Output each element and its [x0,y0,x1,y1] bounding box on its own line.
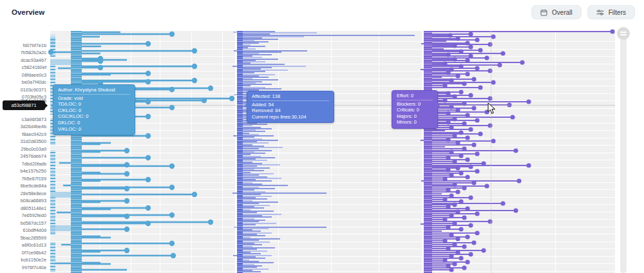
hash-label: 7dbd20fadb [0,161,46,167]
overview-page: Overview Overall [0,0,644,273]
overall-button-label: Overall [552,9,573,16]
issues-tooltip: Effort: 0Blockers: 0Criticals: 0Majors: … [392,90,438,129]
grade-chart-panel[interactable] [50,31,235,273]
hash-label: 29bc0c03a9 [0,146,46,153]
tooltip-line: Removed: 84 [252,108,329,114]
tooltip-line: Criticals: 0 [397,107,433,113]
hash-label: dcac93a467 [0,57,46,64]
tooltip-line: Blockers: 0 [397,101,433,108]
hash-label: a6f0c61d13 [0,242,46,249]
hash-label: 7b5e67f159 [0,176,46,182]
issues-bars [424,31,615,273]
tooltip-line: Majors: 0 [397,113,433,120]
highlighted-commit-callout: a53cf98871 [3,100,45,110]
hash-label: 61bdff4d0d [0,227,46,234]
hash-label: c3a96f3873 [0,117,46,123]
calendar-icon [540,9,547,16]
hash-label: 5bac285599 [0,235,46,241]
lines-chart-panel[interactable] [237,31,422,273]
hash-label: 7e6592fed0 [0,212,46,219]
tooltip-line: CGC/KLOC: 0 [58,113,130,120]
tooltip-line: Affected: 138 [252,93,329,101]
hash-label: 0f7ce96b42 [0,250,46,256]
mouse-cursor [488,102,497,117]
hash-label: 9976f7c40e [0,265,46,271]
hash-label: bcb1150e2e [0,257,46,263]
tooltip-arrow [437,103,442,108]
header-buttons: Overall Filters [531,5,635,19]
hash-label: fd07bf7e1b [0,42,46,49]
hash-label: 08fdaee0c3 [0,72,46,79]
overall-button[interactable]: Overall [531,5,582,19]
tooltip-line: Author: Khrystyna Shukost [58,87,130,95]
page-title: Overview [12,8,44,16]
grade-metrics-bars [50,31,235,273]
tooltip-line: Added: 54 [252,102,329,108]
hash-label: d8051148e1 [0,205,46,212]
hash-label: bd587dc157 [0,220,46,227]
hash-label: b4e157b250 [0,168,46,174]
tooltip-line: Effort: 0 [397,93,433,100]
hash-label: be0a7f40dc [0,79,46,86]
tooltip-line: V/KLOC: 0 [58,126,130,133]
tooltip-line: TD/LOC: 0 [58,101,130,108]
scrollbar-handle[interactable] [617,27,630,40]
tooltip-line: Minors: 0 [397,119,433,126]
commit-hash-labels: fd07bf7e1b7b582b2a2cdcac93a467c5824160ef… [0,31,46,273]
crosshair-vertical-line [491,31,491,273]
tooltip-arrow [48,103,53,108]
issues-chart-panel[interactable] [424,31,615,273]
hash-label: c5824160ef [0,64,46,71]
hash-label: f8aec942c9 [0,131,46,138]
hash-label: 7b582b2a2c [0,50,46,56]
sliders-icon [596,9,604,16]
filters-button-label: Filters [609,9,626,16]
hash-label: 6be9cde84a [0,183,46,189]
hash-label: 31d2d83500 [0,138,46,145]
lines-tooltip: Affected: 138Added: 54Removed: 84Current… [247,91,334,123]
filters-button[interactable]: Filters [587,5,635,19]
tooltip-line: Current repo lines:30,104 [252,114,329,120]
hash-label: 24576deb74 [0,153,46,160]
tooltip-line: C/KLOC: 0 [58,108,130,114]
lines-changed-bars [237,31,422,273]
tooltip-line: Grade: void [58,95,130,102]
scrollbar-track[interactable] [620,29,627,273]
tooltip-line: DKLOC: 0 [58,120,130,126]
grade-tooltip: Author: Khrystyna ShukostGrade: voidTD/L… [53,84,135,135]
tooltip-arrow [242,103,247,108]
hash-label: 3d26d4be4b [0,124,46,130]
hash-label: 28e58e8ece [0,191,46,197]
hash-label: b08ca66893 [0,198,46,204]
hash-label: 0103c90371 [0,87,46,93]
